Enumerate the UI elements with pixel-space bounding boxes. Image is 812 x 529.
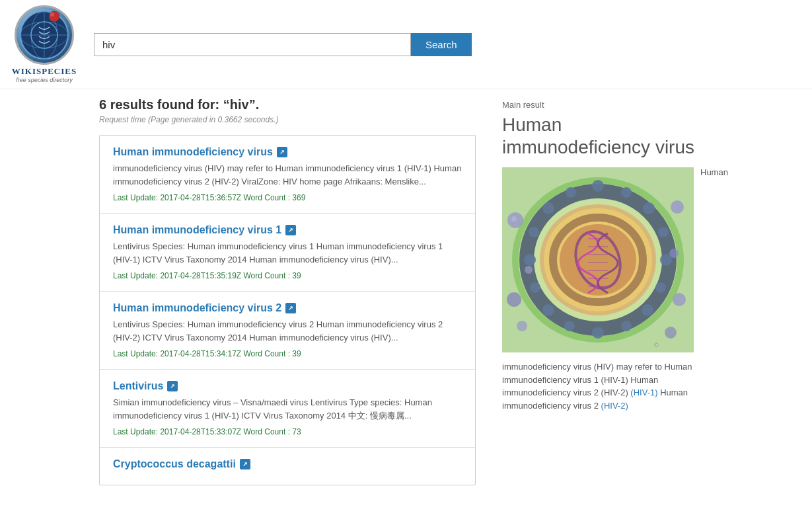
main-result-link-hiv2[interactable]: (HIV-2): [601, 401, 628, 411]
svg-point-16: [658, 227, 669, 237]
svg-point-46: [665, 327, 677, 339]
svg-point-44: [507, 292, 521, 307]
result-wordcount-3: Word Count : 73: [243, 427, 301, 436]
svg-point-14: [621, 187, 632, 198]
svg-point-48: [669, 249, 679, 258]
svg-point-24: [530, 282, 540, 293]
result-title-4[interactable]: Cryptococcus decagattii ↗: [113, 458, 462, 470]
svg-point-47: [517, 321, 527, 331]
main-result-link-hiv1[interactable]: (HIV-1): [630, 387, 660, 397]
svg-point-22: [564, 321, 575, 331]
svg-point-15: [643, 202, 655, 214]
external-link-icon: ↗: [167, 381, 178, 391]
list-item: Human immunodeficiency virus 2 ↗ Lentivi…: [100, 292, 475, 370]
result-title-3[interactable]: Lentivirus ↗: [113, 380, 462, 392]
result-update-0: Last Update: 2017-04-28T15:36:57Z: [113, 193, 241, 202]
svg-point-21: [592, 327, 604, 339]
search-input[interactable]: [94, 33, 411, 56]
main-content: 6 results found for: “hiv”. Request time…: [0, 89, 812, 499]
list-item: Human immunodeficiency virus 1 ↗ Lentivi…: [100, 214, 475, 292]
result-meta-3: Last Update: 2017-04-28T15:33:07Z Word C…: [113, 427, 462, 436]
svg-point-49: [525, 266, 533, 274]
result-title-text-2: Human immunodeficiency virus 2: [113, 302, 281, 314]
right-panel: Main result Human immunodeficiency virus: [489, 89, 714, 499]
svg-point-45: [673, 293, 686, 306]
results-header: 6 results found for: “hiv”.: [99, 97, 476, 112]
result-wordcount-1: Word Count : 39: [243, 271, 301, 280]
result-meta-2: Last Update: 2017-04-28T15:34:17Z Word C…: [113, 349, 462, 358]
search-area: Search: [94, 33, 804, 56]
svg-point-43: [671, 200, 684, 214]
svg-point-25: [524, 254, 536, 266]
result-title-1[interactable]: Human immunodeficiency virus 1 ↗: [113, 224, 462, 236]
svg-point-28: [566, 187, 576, 198]
result-update-1: Last Update: 2017-04-28T15:35:19Z: [113, 271, 241, 280]
result-title-2[interactable]: Human immunodeficiency virus 2 ↗: [113, 302, 462, 314]
result-wordcount-0: Word Count : 369: [243, 193, 305, 202]
svg-point-26: [529, 227, 539, 237]
svg-point-8: [50, 13, 54, 17]
main-result-title: Human immunodeficiency virus: [502, 114, 700, 158]
virus-image-svg: ©: [502, 167, 694, 352]
logo-text: Wikispecies free species directory: [12, 66, 77, 83]
result-title-text-3: Lentivirus: [113, 380, 163, 392]
external-link-icon: ↗: [285, 225, 296, 235]
result-wordcount-2: Word Count : 39: [243, 349, 301, 358]
external-link-icon: ↗: [285, 303, 296, 313]
external-link-icon: ↗: [277, 147, 287, 157]
svg-point-18: [655, 282, 666, 293]
result-snippet-0: immunodeficiency virus (HIV) may refer t…: [113, 162, 462, 188]
svg-point-13: [592, 180, 604, 192]
main-result-label: Main result: [502, 100, 700, 110]
search-button[interactable]: Search: [411, 33, 472, 56]
logo-subtitle: free species directory: [12, 77, 77, 83]
result-snippet-1: Lentivirus Species: Human immunodeficien…: [113, 240, 462, 266]
list-item: Lentivirus ↗ Simian immunodeficiency vir…: [100, 370, 475, 448]
result-meta-1: Last Update: 2017-04-28T15:35:19Z Word C…: [113, 271, 462, 280]
results-list: Human immunodeficiency virus ↗ immunodef…: [99, 135, 476, 485]
results-section: 6 results found for: “hiv”. Request time…: [92, 89, 489, 499]
result-snippet-3: Simian immunodeficiency virus – Visna/ma…: [113, 396, 462, 422]
svg-text:©: ©: [654, 342, 659, 348]
logo-area: Wikispecies free species directory: [8, 5, 81, 83]
svg-point-27: [542, 202, 554, 214]
result-title-0[interactable]: Human immunodeficiency virus ↗: [113, 146, 462, 158]
virus-image-container: ©: [502, 167, 694, 352]
result-snippet-2: Lentivirus Species: Human immunodeficien…: [113, 318, 462, 344]
external-link-icon: ↗: [240, 459, 250, 469]
result-title-text-1: Human immunodeficiency virus 1: [113, 224, 281, 236]
result-title-text-0: Human immunodeficiency virus: [113, 146, 273, 158]
results-meta: Request time (Page generated in 0.3662 s…: [99, 115, 476, 124]
human-label: Human: [700, 167, 728, 177]
header: Wikispecies free species directory Searc…: [0, 0, 812, 89]
svg-point-19: [642, 304, 653, 316]
main-result-description: immunodeficiency virus (HIV) may refer t…: [502, 360, 700, 412]
main-result-image-area: © Human: [502, 167, 700, 352]
list-item: Human immunodeficiency virus ↗ immunodef…: [100, 136, 475, 214]
svg-point-7: [49, 11, 59, 22]
svg-point-23: [542, 304, 554, 316]
result-update-2: Last Update: 2017-04-28T15:34:17Z: [113, 349, 241, 358]
result-meta-0: Last Update: 2017-04-28T15:36:57Z Word C…: [113, 193, 462, 202]
result-title-text-4: Cryptococcus decagattii: [113, 458, 236, 470]
logo-title: Wikispecies: [12, 66, 77, 77]
logo-image: [15, 5, 74, 65]
result-update-3: Last Update: 2017-04-28T15:33:07Z: [113, 427, 241, 436]
svg-point-42: [511, 216, 517, 222]
list-item: Cryptococcus decagattii ↗: [100, 448, 475, 485]
svg-point-20: [621, 321, 632, 331]
